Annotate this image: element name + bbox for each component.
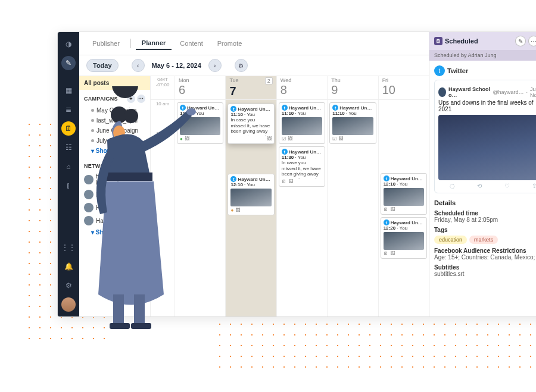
- svg-rect-3: [106, 173, 152, 181]
- subtitles-value: subtitles.srt: [434, 271, 536, 277]
- post-thumb: [332, 117, 373, 135]
- account-avatar: [438, 87, 446, 97]
- svg-rect-7: [110, 323, 130, 329]
- module-tabs: Publisher Planner Content Promote: [79, 32, 429, 55]
- tab-content[interactable]: Content: [174, 37, 209, 49]
- rail-nav-5[interactable]: ⌂: [61, 159, 76, 174]
- twitter-icon: t: [282, 105, 288, 111]
- sched-time-label: Scheduled time: [434, 210, 536, 217]
- retweet-icon[interactable]: ⟲: [477, 183, 482, 189]
- twitter-icon: t: [230, 176, 236, 182]
- day-tue[interactable]: Tue27: [225, 76, 276, 99]
- svg-point-4: [186, 108, 196, 115]
- network-name: Twitter: [447, 67, 468, 74]
- post-thumb: [384, 232, 424, 250]
- rail-notify[interactable]: 🔔: [61, 259, 76, 274]
- account-handle: @hayward…: [493, 89, 523, 95]
- post-when: Just Now: [530, 86, 536, 98]
- post-card[interactable]: tHayward Un… 11:10 · You ☑🖼: [329, 102, 376, 144]
- twitter-icon: t: [384, 175, 389, 181]
- scheduled-by: Scheduled by Adrian Jung: [429, 50, 536, 61]
- rail-nav-4[interactable]: ☷: [61, 140, 76, 155]
- day-thu[interactable]: Thu9: [327, 76, 378, 99]
- rail-compose[interactable]: ✎: [61, 56, 76, 70]
- twitter-icon: t: [384, 219, 389, 225]
- far-label: Facebook Audience Restrictions: [434, 247, 536, 254]
- rail-nav-1[interactable]: ▦: [61, 83, 76, 98]
- post-excerpt: In case you missed it, we have been givi…: [230, 117, 271, 136]
- col-fri[interactable]: tHayward Un… 12:10 · You 🗓🖼 tHayward Un……: [378, 100, 429, 316]
- rail-nav-6[interactable]: ⫿: [61, 178, 76, 193]
- next-button[interactable]: ›: [208, 59, 222, 72]
- svg-rect-8: [131, 323, 151, 329]
- prev-button[interactable]: ‹: [132, 59, 145, 72]
- svg-rect-6: [134, 294, 145, 324]
- day-wed[interactable]: Wed8: [276, 76, 327, 99]
- twitter-logo-icon: t: [434, 65, 445, 76]
- panel-header: 🗓 Scheduled ✎ ⋯ ✕: [429, 32, 536, 50]
- col-tue[interactable]: tHayward Un… 11:10 · You In case you mis…: [225, 100, 276, 316]
- tag-markets[interactable]: markets: [469, 236, 498, 244]
- rail-settings[interactable]: ⚙: [61, 278, 76, 293]
- svg-point-1: [124, 109, 138, 123]
- rail-avatar[interactable]: [61, 297, 76, 312]
- post-thumb: [282, 117, 322, 135]
- detail-panel: 🗓 Scheduled ✎ ⋯ ✕ Scheduled by Adrian Ju…: [429, 32, 536, 316]
- post-text: Ups and downs in the final weeks of 2021: [438, 99, 536, 112]
- twitter-icon: t: [282, 149, 288, 155]
- tags-label: Tags: [434, 227, 536, 233]
- rail-logo[interactable]: ◑: [61, 37, 76, 51]
- twitter-icon: t: [332, 105, 338, 111]
- details-heading: Details: [434, 199, 536, 206]
- sched-time-value: Friday, May 8 at 2:05pm: [434, 217, 536, 223]
- day-fri[interactable]: Fri10: [378, 76, 429, 99]
- post-card-dragging[interactable]: tHayward Un… 11:10 · You In case you mis…: [228, 104, 274, 144]
- share-icon[interactable]: ⇪: [532, 183, 536, 189]
- more-button[interactable]: ⋯: [528, 36, 536, 46]
- post-thumb: [230, 189, 271, 206]
- account-name: Hayward School o…: [448, 86, 490, 98]
- rail-nav-planner[interactable]: 🗓: [61, 121, 76, 136]
- person-illustration: [77, 86, 197, 342]
- panel-title: Scheduled: [445, 37, 478, 45]
- nav-rail: ◑ ✎ ▦ ≣ 🗓 ☷ ⌂ ⫿ ⋮⋮ 🔔 ⚙: [58, 32, 79, 316]
- today-button[interactable]: Today: [86, 59, 119, 72]
- edit-button[interactable]: ✎: [515, 36, 526, 46]
- tag-education[interactable]: education: [434, 236, 467, 244]
- post-thumb: [384, 188, 424, 206]
- tab-publisher[interactable]: Publisher: [86, 37, 126, 49]
- post-card[interactable]: tHayward Un… 12:10 · You 🗓🖼: [381, 173, 427, 215]
- date-range[interactable]: May 6 - 12, 2024: [148, 62, 205, 69]
- tweet-preview: Hayward School o… @hayward… · Just Now U…: [434, 80, 536, 193]
- post-card[interactable]: tHayward Un… 12:10 · You ●🖼: [228, 174, 274, 215]
- twitter-icon: t: [230, 106, 236, 112]
- post-image: [438, 115, 536, 180]
- subtitles-label: Subtitles: [434, 264, 536, 271]
- settings-button[interactable]: ⚙: [235, 59, 248, 72]
- rail-apps[interactable]: ⋮⋮: [61, 240, 76, 255]
- col-thu[interactable]: tHayward Un… 11:10 · You ☑🖼: [327, 100, 378, 316]
- far-value: Age: 15+; Countries: Canada, Mexico;: [434, 254, 536, 261]
- calendar-toolbar: Today ‹ May 6 - 12, 2024 › ⚙: [79, 55, 429, 76]
- like-icon[interactable]: ♡: [504, 183, 510, 189]
- tab-promote[interactable]: Promote: [211, 37, 248, 49]
- post-card[interactable]: tHayward Un… 12:20 · You 🗓🖼: [381, 217, 427, 259]
- post-card[interactable]: tHayward Un… 11:30 · You In case you mis…: [279, 146, 325, 187]
- calendar-icon: 🗓: [434, 37, 442, 45]
- svg-rect-5: [113, 294, 124, 324]
- col-wed[interactable]: tHayward Un… 11:10 · You ☑🖼 tHayward Un……: [276, 100, 327, 316]
- tab-planner[interactable]: Planner: [136, 37, 172, 50]
- reply-icon[interactable]: ◌: [450, 183, 455, 189]
- rail-nav-2[interactable]: ≣: [61, 102, 76, 117]
- post-card[interactable]: tHayward Un… 11:10 · You ☑🖼: [279, 102, 325, 144]
